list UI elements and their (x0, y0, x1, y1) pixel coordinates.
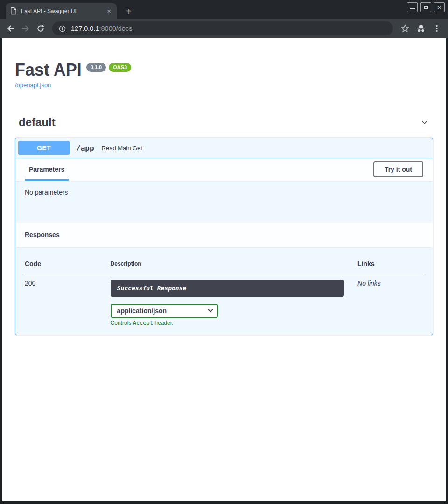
oas3-badge: OAS3 (109, 63, 131, 72)
parameters-header: Parameters Try it out (15, 158, 433, 181)
minimize-button[interactable] (407, 2, 418, 12)
new-tab-button[interactable]: + (122, 5, 135, 18)
response-row-200: 200 Successful Response application/json (25, 274, 423, 327)
forward-arrow-icon (21, 24, 30, 33)
responses-header: Responses (15, 223, 433, 247)
tab-title: Fast API - Swagger UI (21, 8, 105, 14)
browser-window: Fast API - Swagger UI × + × (0, 0, 448, 504)
tab-strip: Fast API - Swagger UI × + × (0, 0, 448, 19)
response-links: No links (357, 274, 423, 327)
site-info-icon[interactable] (58, 25, 66, 33)
column-header-links: Links (357, 254, 423, 274)
page-title: Fast API (15, 62, 82, 78)
page-content: Fast API 0.1.0 OAS3 /openapi.json defaul… (2, 38, 446, 501)
operation-path: /app (76, 144, 94, 153)
no-parameters-message: No parameters (15, 181, 433, 223)
bookmark-button[interactable] (397, 21, 413, 36)
media-type-control: application/json (111, 304, 218, 318)
back-button[interactable] (3, 21, 18, 36)
accept-header-hint: Controls Accept header. (111, 320, 357, 326)
media-type-select[interactable]: application/json (111, 304, 218, 318)
openapi-spec-link[interactable]: /openapi.json (15, 82, 51, 89)
browser-menu-button[interactable] (429, 21, 445, 36)
reload-button[interactable] (33, 21, 48, 36)
tab-close-icon[interactable]: × (105, 7, 112, 14)
chevron-down-icon[interactable] (420, 118, 429, 129)
minimize-icon (410, 8, 415, 9)
tag-section-default: default GET /app Read Main Get Para (15, 117, 433, 335)
api-info: Fast API 0.1.0 OAS3 (15, 62, 433, 78)
browser-toolbar: 127.0.0.1:8000/docs (0, 19, 448, 38)
page-favicon-icon (10, 7, 17, 15)
operation-summary-text: Read Main Get (102, 145, 142, 152)
browser-tab[interactable]: Fast API - Swagger UI × (6, 3, 117, 19)
column-header-code: Code (25, 254, 111, 274)
api-badges: 0.1.0 OAS3 (86, 63, 131, 72)
reload-icon (36, 24, 45, 33)
column-header-description: Description (111, 254, 357, 274)
response-description: Successful Response (111, 280, 344, 297)
version-badge: 0.1.0 (86, 63, 106, 72)
responses-table: Code Description Links 200 Successful Re… (25, 254, 423, 326)
back-arrow-icon (6, 24, 15, 33)
operation-summary[interactable]: GET /app Read Main Get (15, 138, 433, 158)
url-text: 127.0.0.1:8000/docs (71, 25, 132, 32)
forward-button[interactable] (18, 21, 33, 36)
response-code: 200 (25, 274, 111, 327)
url-host: 127.0.0.1 (71, 25, 99, 32)
maximize-icon (424, 6, 428, 9)
toolbar-right (397, 21, 445, 36)
maximize-button[interactable] (420, 2, 431, 12)
opblock-get-app: GET /app Read Main Get Parameters Try it… (15, 138, 433, 335)
incognito-button[interactable] (413, 21, 429, 36)
incognito-icon (416, 24, 426, 33)
window-controls: × (407, 2, 445, 12)
star-icon (400, 24, 410, 33)
try-it-out-button[interactable]: Try it out (373, 161, 423, 177)
responses-body: Code Description Links 200 Successful Re… (15, 247, 433, 335)
url-path: :8000/docs (99, 25, 132, 32)
menu-dots-icon (432, 24, 441, 33)
tag-name: default (19, 117, 56, 128)
address-bar[interactable]: 127.0.0.1:8000/docs (52, 21, 393, 35)
tab-parameters[interactable]: Parameters (25, 158, 69, 181)
close-button[interactable]: × (434, 2, 445, 12)
tag-header[interactable]: default (15, 117, 433, 133)
accept-code: Accept (133, 320, 153, 326)
method-badge: GET (18, 141, 70, 155)
response-description-cell: Successful Response application/json (111, 274, 357, 327)
